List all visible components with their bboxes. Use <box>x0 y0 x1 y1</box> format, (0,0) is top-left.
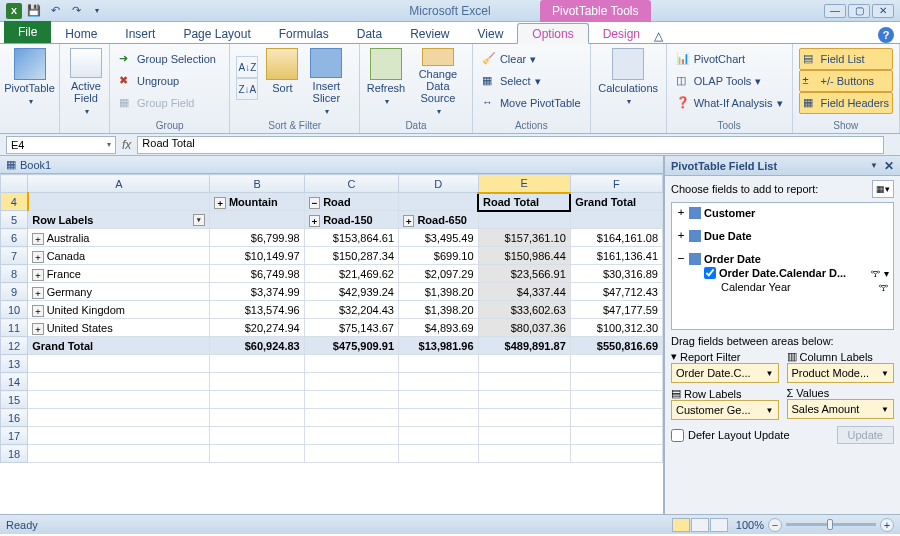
excel-logo-icon[interactable]: X <box>6 3 22 19</box>
tab-home[interactable]: Home <box>51 24 111 43</box>
field-due-date[interactable]: +Due Date <box>674 228 891 243</box>
cell-D7[interactable]: $699.10 <box>399 247 479 265</box>
cell-B8[interactable]: $6,749.98 <box>210 265 304 283</box>
cell-A11[interactable]: +United States <box>28 319 210 337</box>
row-4[interactable]: 4 <box>1 193 28 211</box>
cell-E7[interactable]: $150,986.44 <box>478 247 570 265</box>
cell-E6[interactable]: $157,361.10 <box>478 229 570 247</box>
cell-C5[interactable]: +Road-150 <box>304 211 398 229</box>
row-7[interactable]: 7 <box>1 247 28 265</box>
help-icon[interactable]: ? <box>878 27 894 43</box>
tab-options[interactable]: Options <box>517 23 588 44</box>
cell-B7[interactable]: $10,149.97 <box>210 247 304 265</box>
cell-A9[interactable]: +Germany <box>28 283 210 301</box>
area-column-labels[interactable]: Product Mode...▼ <box>787 363 895 383</box>
cell-E5[interactable] <box>478 211 570 229</box>
cell-F11[interactable]: $100,312.30 <box>570 319 662 337</box>
field-order-date-calendar[interactable]: Order Date.Calendar D...🝖 ▾ <box>674 266 891 280</box>
row-16[interactable]: 16 <box>1 409 28 427</box>
expand-icon[interactable]: + <box>32 305 43 317</box>
cell-A12[interactable]: Grand Total <box>28 337 210 355</box>
tab-file[interactable]: File <box>4 21 51 43</box>
cell-F5[interactable] <box>570 211 662 229</box>
close-button[interactable]: ✕ <box>872 4 894 18</box>
row-8[interactable]: 8 <box>1 265 28 283</box>
defer-checkbox[interactable] <box>671 429 684 442</box>
cell-C11[interactable]: $75,143.67 <box>304 319 398 337</box>
col-E[interactable]: E <box>478 175 570 193</box>
row-15[interactable]: 15 <box>1 391 28 409</box>
row-11[interactable]: 11 <box>1 319 28 337</box>
undo-icon[interactable]: ↶ <box>46 2 64 20</box>
view-page-layout-button[interactable] <box>691 518 709 532</box>
ungroup-button[interactable]: ✖Ungroup <box>116 70 219 92</box>
cell-C6[interactable]: $153,864.61 <box>304 229 398 247</box>
row-6[interactable]: 6 <box>1 229 28 247</box>
cell-A8[interactable]: +France <box>28 265 210 283</box>
cell-D4[interactable] <box>399 193 479 211</box>
cell-C10[interactable]: $32,204.43 <box>304 301 398 319</box>
field-headers-toggle[interactable]: ▦Field Headers <box>799 92 893 114</box>
pm-buttons-toggle[interactable]: ±+/- Buttons <box>799 70 893 92</box>
cell-B9[interactable]: $3,374.99 <box>210 283 304 301</box>
grid[interactable]: A B C D E F 4 +Mountain −Road Road Total… <box>0 174 663 514</box>
cell-E9[interactable]: $4,337.44 <box>478 283 570 301</box>
insert-slicer-button[interactable]: InsertSlicer <box>304 46 348 118</box>
zoom-slider[interactable] <box>786 523 876 526</box>
expand-icon[interactable]: + <box>32 323 43 335</box>
row-10[interactable]: 10 <box>1 301 28 319</box>
sort-button[interactable]: Sort <box>260 46 304 118</box>
expand-icon[interactable]: + <box>309 215 320 227</box>
sort-desc-button[interactable]: Z↓A <box>236 78 258 100</box>
cell-A5[interactable]: Row Labels▾ <box>28 211 210 229</box>
row-17[interactable]: 17 <box>1 427 28 445</box>
cell-E10[interactable]: $33,602.63 <box>478 301 570 319</box>
field-order-date[interactable]: −Order Date <box>674 251 891 266</box>
cell-D12[interactable]: $13,981.96 <box>399 337 479 355</box>
clear-button[interactable]: 🧹Clear ▾ <box>479 48 584 70</box>
field-list-close-icon[interactable]: ✕ <box>884 159 894 173</box>
expand-icon[interactable]: + <box>214 197 225 209</box>
tab-insert[interactable]: Insert <box>111 24 169 43</box>
field-calendar-year[interactable]: Calendar Year🝖 <box>674 280 891 294</box>
whatif-button[interactable]: ❓What-If Analysis ▾ <box>673 92 786 114</box>
expand-icon[interactable]: + <box>403 215 414 227</box>
refresh-button[interactable]: Refresh <box>364 46 408 118</box>
cell-C9[interactable]: $42,939.24 <box>304 283 398 301</box>
expand-icon[interactable]: + <box>32 233 43 245</box>
fx-icon[interactable]: fx <box>122 138 131 152</box>
sort-asc-button[interactable]: A↓Z <box>236 56 258 78</box>
cell-D5[interactable]: +Road-650 <box>399 211 479 229</box>
cell-C4[interactable]: −Road <box>304 193 398 211</box>
tab-page-layout[interactable]: Page Layout <box>169 24 264 43</box>
cell-B10[interactable]: $13,574.96 <box>210 301 304 319</box>
cell-F12[interactable]: $550,816.69 <box>570 337 662 355</box>
expand-icon[interactable]: + <box>32 287 43 299</box>
olap-tools-button[interactable]: ◫OLAP Tools ▾ <box>673 70 786 92</box>
pivottable-button[interactable]: PivotTable <box>4 46 55 118</box>
cell-B11[interactable]: $20,274.94 <box>210 319 304 337</box>
cell-C7[interactable]: $150,287.34 <box>304 247 398 265</box>
cell-D10[interactable]: $1,398.20 <box>399 301 479 319</box>
move-pivottable-button[interactable]: ↔Move PivotTable <box>479 92 584 114</box>
row-18[interactable]: 18 <box>1 445 28 463</box>
pivotchart-button[interactable]: 📊PivotChart <box>673 48 786 70</box>
filter-dropdown-icon[interactable]: ▾ <box>193 214 205 226</box>
calculations-button[interactable]: Calculations <box>595 46 662 118</box>
cell-B6[interactable]: $6,799.98 <box>210 229 304 247</box>
name-box-dropdown-icon[interactable]: ▾ <box>107 140 111 149</box>
change-data-source-button[interactable]: Change DataSource <box>408 46 468 118</box>
field-list-toggle[interactable]: ▤Field List <box>799 48 893 70</box>
tab-design[interactable]: Design <box>589 24 654 43</box>
formula-input[interactable]: Road Total <box>137 136 884 154</box>
area-report-filter[interactable]: Order Date.C...▼ <box>671 363 779 383</box>
field-customer[interactable]: +Customer <box>674 205 891 220</box>
cell-A10[interactable]: +United Kingdom <box>28 301 210 319</box>
field-list-title-bar[interactable]: PivotTable Field List ▼ ✕ <box>665 156 900 176</box>
maximize-button[interactable]: ▢ <box>848 4 870 18</box>
cell-F4[interactable]: Grand Total <box>570 193 662 211</box>
cell-B4[interactable]: +Mountain <box>210 193 304 211</box>
tab-review[interactable]: Review <box>396 24 463 43</box>
zoom-out-button[interactable]: − <box>768 518 782 532</box>
field-list-dropdown-icon[interactable]: ▼ <box>870 161 878 170</box>
